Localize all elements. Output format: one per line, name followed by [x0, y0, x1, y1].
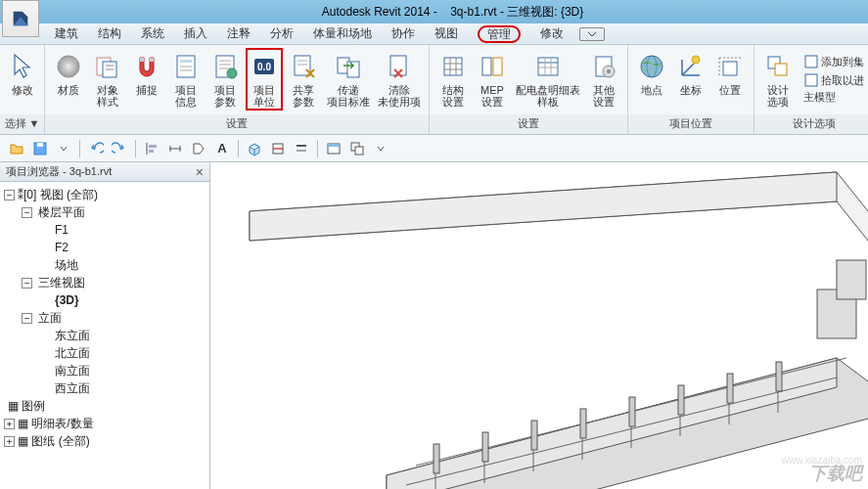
svg-rect-7: [150, 58, 154, 62]
pick-to-edit-button[interactable]: 拾取以进: [799, 71, 868, 89]
cube-icon: [247, 141, 262, 156]
tree-item-north[interactable]: 北立面: [2, 344, 207, 362]
menu-collab[interactable]: 协作: [382, 23, 425, 44]
tree-item-f1[interactable]: F1: [2, 221, 207, 239]
project-info-button[interactable]: 项目 信息: [168, 49, 204, 110]
menu-manage[interactable]: 管理: [468, 24, 530, 44]
shared-params-button[interactable]: 共享 参数: [286, 49, 321, 110]
folder-icon: [9, 141, 24, 156]
tree-legends[interactable]: ▦ 图例: [2, 397, 207, 415]
menu-architecture[interactable]: 建筑: [45, 23, 88, 44]
tree-item-f2[interactable]: F2: [2, 239, 207, 256]
menu-system[interactable]: 系统: [131, 23, 174, 44]
tree-item-east[interactable]: 东立面: [2, 327, 207, 344]
snaps-button[interactable]: 捕捉: [129, 49, 164, 98]
panel-label-select[interactable]: 选择 ▼: [0, 114, 44, 134]
svg-rect-78: [580, 409, 586, 438]
project-params-button[interactable]: 项目 参数: [207, 49, 243, 110]
position-button[interactable]: 位置: [712, 49, 748, 98]
project-browser-header: 项目浏览器 - 3q-b1.rvt ×: [0, 162, 209, 182]
qat-redo-button[interactable]: [109, 138, 130, 159]
qat-section-button[interactable]: [267, 138, 289, 159]
qat-dim-button[interactable]: [164, 138, 186, 159]
tree-item-south[interactable]: 南立面: [2, 362, 207, 379]
tree-item-west[interactable]: 西立面: [2, 379, 207, 397]
redo-icon: [112, 141, 127, 156]
transfer-standards-button[interactable]: 传递 项目标准: [325, 49, 372, 110]
mep-settings-button[interactable]: MEP 设置: [475, 49, 510, 110]
tree-3d-views[interactable]: − 三维视图: [2, 274, 207, 291]
materials-button[interactable]: 材质: [51, 49, 86, 98]
app-logo-button[interactable]: [2, 0, 39, 37]
structural-settings-button[interactable]: 结构 设置: [435, 49, 471, 110]
schedule-icon: [532, 51, 564, 82]
tree-item-site[interactable]: 场地: [2, 256, 207, 274]
title-bar: Autodesk Revit 2014 - 3q-b1.rvt - 三维视图: …: [0, 0, 868, 23]
location-button[interactable]: 地点: [634, 49, 669, 98]
svg-rect-47: [805, 74, 817, 86]
design-options-button[interactable]: 设计 选项: [760, 49, 796, 110]
window-icon: [326, 141, 342, 156]
svg-rect-84: [837, 260, 866, 299]
qat-text-button[interactable]: A: [211, 138, 233, 159]
tree-sheets[interactable]: +▦ 图纸 (全部): [2, 432, 207, 450]
tree-item-3d[interactable]: {3D}: [2, 291, 207, 309]
panel-label-design-options[interactable]: 设计选项: [754, 114, 868, 134]
project-units-button[interactable]: 0.0 项目 单位: [247, 49, 282, 110]
window-title: Autodesk Revit 2014 - 3q-b1.rvt - 三维视图: …: [37, 4, 868, 21]
svg-rect-25: [444, 58, 462, 75]
ribbon: 修改 选择 ▼ 材质 对象 样式 捕捉 项目 信息: [0, 45, 868, 135]
coordinates-button[interactable]: 坐标: [673, 49, 708, 98]
svg-rect-80: [678, 385, 684, 415]
lines-icon: [294, 141, 309, 156]
menu-modify[interactable]: 修改: [530, 23, 573, 44]
panel-label-settings[interactable]: 设置: [45, 114, 429, 134]
main-model-dropdown[interactable]: 主模型: [799, 90, 868, 104]
svg-rect-30: [482, 58, 491, 75]
qat-undo-button[interactable]: [85, 138, 107, 159]
menu-analyze[interactable]: 分析: [260, 23, 303, 44]
qat-tag-button[interactable]: [188, 138, 209, 159]
svg-rect-31: [493, 58, 502, 75]
add-icon: [803, 54, 819, 69]
svg-rect-75: [434, 444, 439, 473]
qat-open-button[interactable]: [6, 138, 27, 159]
project-browser-tree[interactable]: −⁑[0] 视图 (全部) − 楼层平面 F1 F2 场地 − 三维视图 {3D…: [0, 182, 209, 454]
viewport-3d[interactable]: 下载吧 www.xiazaiba.com: [210, 162, 868, 489]
project-browser-panel: 项目浏览器 - 3q-b1.rvt × −⁑[0] 视图 (全部) − 楼层平面…: [0, 162, 210, 489]
tree-elevations[interactable]: − 立面: [2, 309, 207, 327]
tag-icon: [191, 141, 206, 156]
qat-switch-window-button[interactable]: [346, 138, 368, 159]
modify-button[interactable]: 修改: [6, 49, 38, 98]
separator: [135, 140, 136, 157]
menu-insert[interactable]: 插入: [174, 23, 217, 44]
close-panel-button[interactable]: ×: [196, 164, 204, 180]
qat-3d-button[interactable]: [244, 138, 265, 159]
menu-view[interactable]: 视图: [425, 23, 468, 44]
purge-unused-button[interactable]: 清除 未使用项: [376, 49, 423, 110]
ribbon-panel-select: 修改 选择 ▼: [0, 45, 45, 134]
qat-save-button[interactable]: [29, 138, 51, 159]
qat-close-hidden-button[interactable]: [323, 138, 344, 159]
menu-overflow-dropdown[interactable]: [579, 27, 605, 41]
magnet-icon: [131, 51, 162, 82]
menu-massing[interactable]: 体量和场地: [303, 23, 382, 44]
tree-root-views[interactable]: −⁑[0] 视图 (全部): [2, 186, 207, 203]
panel-label-location[interactable]: 项目位置: [628, 114, 754, 134]
tree-floor-plans[interactable]: − 楼层平面: [2, 203, 207, 221]
object-styles-button[interactable]: 对象 样式: [90, 49, 125, 110]
qat-align-button[interactable]: [141, 138, 162, 159]
coordinates-icon: [675, 51, 707, 82]
qat-dropdown-2[interactable]: [370, 138, 391, 159]
panel-schedule-button[interactable]: 配电盘明细表 样板: [514, 49, 582, 110]
menu-annotate[interactable]: 注释: [217, 23, 260, 44]
add-to-set-button[interactable]: 添加到集: [799, 53, 868, 70]
menu-structure[interactable]: 结构: [88, 23, 131, 44]
section-icon: [270, 141, 286, 156]
qat-dropdown-1[interactable]: [53, 138, 74, 159]
chevron-down-icon: [376, 144, 386, 154]
qat-thin-lines-button[interactable]: [291, 138, 312, 159]
additional-settings-button[interactable]: 其他 设置: [586, 49, 621, 110]
tree-schedules[interactable]: +▦ 明细表/数量: [2, 415, 207, 432]
panel-label-settings2[interactable]: 设置: [430, 114, 627, 134]
